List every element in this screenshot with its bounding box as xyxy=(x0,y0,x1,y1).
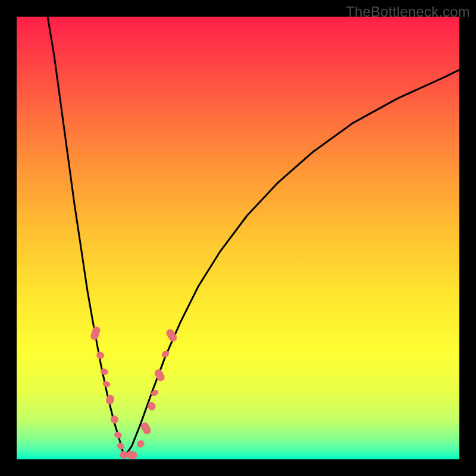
chart-frame: TheBottleneck.com xyxy=(0,0,476,476)
curve-left-branch xyxy=(48,17,124,457)
marker-pill xyxy=(109,415,119,424)
bottleneck-curve xyxy=(48,17,459,457)
marker-pill xyxy=(105,394,115,405)
marker-pill xyxy=(90,325,102,341)
marker-pill xyxy=(154,368,166,382)
marker-pill xyxy=(114,431,123,439)
marker-pill xyxy=(126,450,138,459)
marker-pill xyxy=(96,351,105,360)
plot-area xyxy=(17,17,459,459)
curve-right-branch xyxy=(124,70,459,457)
curve-layer xyxy=(17,17,459,459)
marker-pill xyxy=(116,441,126,450)
marker-pill xyxy=(102,380,111,388)
marker-pill xyxy=(136,439,146,449)
